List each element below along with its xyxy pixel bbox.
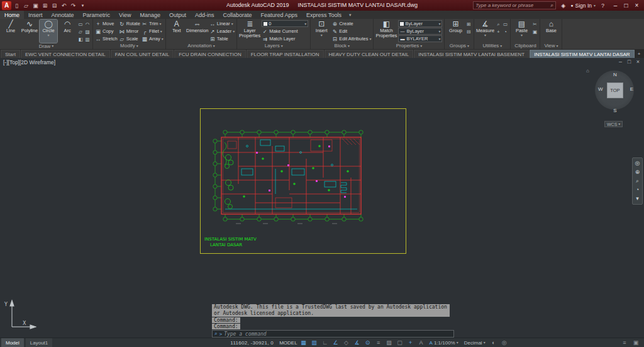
line-button[interactable]: ╱ Line [2, 20, 19, 43]
ribbon-tab-collaborate[interactable]: Collaborate [219, 11, 257, 19]
app-logo[interactable]: A [2, 1, 11, 10]
object-color-dropdown[interactable]: ByLayer ▾ [398, 20, 442, 27]
copy-button[interactable]: ▣Copy [95, 28, 118, 35]
edit-attributes-button[interactable]: ⊟Edit Attributes▾ [331, 35, 371, 42]
exchange-apps-icon[interactable]: ◈ [559, 3, 567, 9]
linetype-dropdown[interactable]: — ByLayer ▾ [398, 28, 442, 35]
dynamic-input-toggle[interactable]: + [406, 339, 415, 347]
ribbon-tab-parametric[interactable]: Parametric [79, 11, 115, 19]
model-tab[interactable]: Model [1, 338, 24, 347]
file-tab-start[interactable]: Start [1, 50, 20, 58]
open-icon[interactable]: ▱ [22, 3, 30, 9]
transparency-toggle[interactable]: ▨ [385, 339, 394, 347]
file-tab-active[interactable]: INSTALASI SISTIM MATV LANTAI DASAR [530, 50, 634, 58]
fillet-button[interactable]: ╭Fillet▾ [142, 28, 164, 35]
create-block-button[interactable]: ⊕Create [331, 20, 371, 27]
grid-toggle[interactable]: ▦ [299, 339, 308, 347]
snap-toggle[interactable]: ▥ [310, 339, 319, 347]
close-button[interactable]: × [631, 2, 642, 9]
leader-button[interactable]: ↗Leader▾ [209, 28, 235, 35]
stretch-button[interactable]: ↔Stretch [95, 35, 118, 42]
ellipse-arc-icon[interactable]: ◠ [84, 21, 91, 28]
arc-button[interactable]: ◠ Arc [58, 20, 76, 43]
isolate-objects-icon[interactable]: ◎ [500, 339, 509, 347]
paste-arrow-icon[interactable]: ▾ [521, 33, 523, 37]
ribbon-tab-manage[interactable]: Manage [135, 11, 165, 19]
redo-icon[interactable]: ↷ [69, 3, 77, 9]
wcs-menu[interactable]: WCS ▾ [604, 121, 623, 127]
file-tab[interactable]: HEAVY DUTY CLEAN OUT DETAIL [325, 50, 414, 58]
boundary-icon[interactable]: ▥ [84, 36, 91, 43]
help-search-box[interactable]: ⌕ [473, 1, 556, 9]
ribbon-options-arrow-icon[interactable]: ▾ [346, 11, 355, 19]
object-snap-toggle[interactable]: ⊙ [364, 339, 372, 347]
circle-button[interactable]: ◯ Circle ▾ [40, 20, 57, 43]
rotate-button[interactable]: ↻Rotate [119, 20, 140, 27]
circle-dropdown-icon[interactable]: ▾ [47, 33, 49, 37]
trim-button[interactable]: ✂Trim▾ [142, 20, 164, 27]
polyline-button[interactable]: ∿ Polyline [21, 20, 38, 43]
ribbon-tab-insert[interactable]: Insert [24, 11, 47, 19]
help-search-input[interactable] [475, 3, 549, 8]
minimize-button[interactable]: – [610, 2, 621, 9]
orbit-icon[interactable]: ◔ [636, 186, 639, 193]
group-edit-icon[interactable]: ⊞ [465, 21, 472, 28]
hatch-icon[interactable]: ▨ [84, 28, 91, 35]
selection-cycling-toggle[interactable]: ▢ [396, 339, 404, 347]
qat-dropdown-icon[interactable]: ▾ [79, 3, 87, 8]
measure-arrow-icon[interactable]: ▾ [484, 33, 486, 37]
viewport-controls[interactable]: [-][Top][2D Wireframe] [3, 59, 55, 65]
lineweight-dropdown[interactable]: ▬ BYLAYER ▾ [398, 35, 442, 42]
file-tab[interactable]: FLOOR TRAP INSTALLATION [247, 50, 324, 58]
dimension-button[interactable]: ⇔ Dimension [187, 20, 208, 42]
isometric-drafting-toggle[interactable]: ◇ [342, 339, 351, 347]
gradient-icon[interactable]: ◧ [77, 36, 84, 43]
file-tab[interactable]: INSTALASI SISTIM MATV LANTAI BASEMENT [414, 50, 529, 58]
object-snap-tracking-toggle[interactable]: ∡ [353, 339, 362, 347]
doc-restore-button[interactable]: □ [625, 59, 633, 65]
ribbon-tab-annotate[interactable]: Annotate [47, 11, 79, 19]
viewcube-east[interactable]: E [630, 86, 633, 92]
viewcube-top-face[interactable]: TOP [607, 82, 623, 98]
draw-panel-label[interactable]: Draw ▾ [0, 43, 92, 49]
rectangle-icon[interactable]: ▭ [77, 21, 84, 28]
viewcube-south[interactable]: S [613, 108, 616, 113]
maximize-button[interactable]: □ [621, 2, 631, 9]
insert-arrow-icon[interactable]: ▾ [321, 33, 323, 37]
polar-tracking-toggle[interactable]: ∠ [331, 339, 340, 347]
ungroup-icon[interactable]: ⊟ [465, 28, 472, 35]
linear-button[interactable]: ↔Linear▾ [209, 20, 235, 27]
annotation-panel-label[interactable]: Annotation ▾ [166, 42, 236, 49]
zoom-icon[interactable]: ⌕ [636, 178, 639, 185]
id-point-icon[interactable]: + [495, 28, 501, 35]
paste-button[interactable]: ▤ Paste ▾ [513, 20, 530, 42]
search-icon[interactable]: ⌕ [550, 2, 553, 9]
pan-icon[interactable]: ⊕ [635, 169, 640, 176]
point-style-icon[interactable]: ◔ [502, 28, 508, 35]
group-button[interactable]: ⊞ Group [447, 20, 464, 42]
viewcube-west[interactable]: W [598, 86, 603, 92]
ellipse-icon[interactable]: ▱ [77, 28, 84, 35]
graphics-performance-icon[interactable]: ◐ [489, 339, 498, 347]
cut-icon[interactable]: ✂ [531, 21, 538, 28]
units-control[interactable]: Decimal ▾ [462, 339, 487, 347]
plot-icon[interactable]: ⊟ [50, 3, 58, 9]
measure-button[interactable]: ∡ Measure ▾ [476, 20, 494, 42]
groups-panel-label[interactable]: Groups ▾ [445, 42, 474, 49]
ribbon-tab-addins[interactable]: Add-ins [191, 11, 219, 19]
viewcube-home-icon[interactable]: ⌂ [586, 68, 589, 74]
file-tab[interactable]: EWC VENT CONNECTION DETAIL [21, 50, 110, 58]
insert-button[interactable]: ⊡ Insert ▾ [313, 20, 330, 42]
array-button[interactable]: ▦Array▾ [142, 35, 164, 42]
model-space-canvas[interactable]: [-][Top][2D Wireframe] – □ × ⌂ N W E S T… [0, 58, 644, 338]
scale-button[interactable]: ▱Scale [119, 35, 140, 42]
annotation-visibility-toggle[interactable]: A [417, 339, 426, 347]
utilities-panel-label[interactable]: Utilities ▾ [474, 42, 510, 49]
command-input[interactable] [224, 331, 452, 337]
ribbon-tab-home[interactable]: Home [0, 11, 24, 19]
mirror-button[interactable]: ⋈Mirror [119, 28, 140, 35]
quick-select-icon[interactable]: ⌕ [495, 21, 501, 28]
new-icon[interactable]: ▯ [13, 3, 21, 9]
doc-minimize-button[interactable]: – [616, 59, 625, 65]
copy-clip-icon[interactable]: ▣ [531, 28, 538, 35]
